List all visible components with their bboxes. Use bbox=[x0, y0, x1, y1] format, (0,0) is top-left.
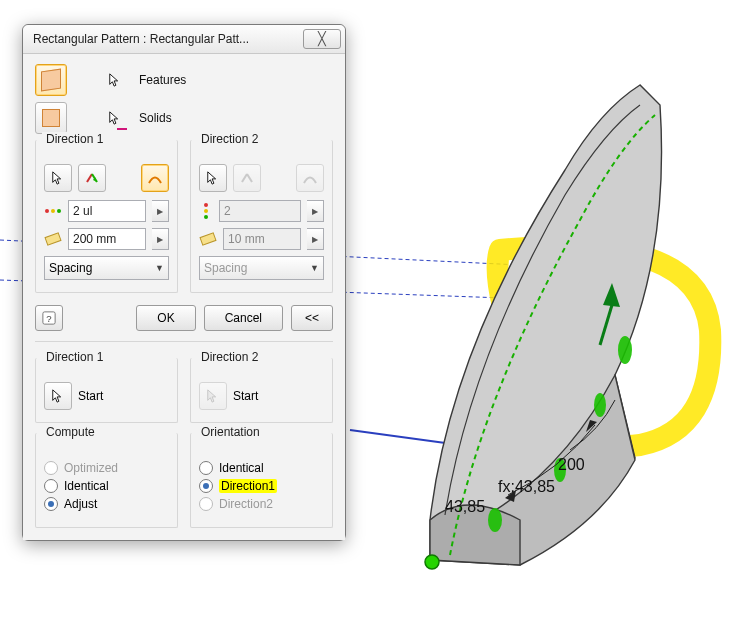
dir2-mode-combo: Spacing▼ bbox=[199, 256, 324, 280]
dimension-200: 200 bbox=[558, 456, 585, 473]
features-label: Features bbox=[139, 73, 186, 87]
dir2-count-flyout[interactable]: ▶ bbox=[307, 200, 324, 222]
svg-point-19 bbox=[204, 215, 208, 219]
direction1-group: 2 ul ▶ 200 mm ▶ Spacing▼ bbox=[35, 140, 178, 293]
dir1-start-pick-icon[interactable] bbox=[44, 382, 72, 410]
dir1-distance-input[interactable]: 200 mm bbox=[68, 228, 146, 250]
dir1-count-flyout[interactable]: ▶ bbox=[152, 200, 169, 222]
help-button[interactable]: ? bbox=[35, 305, 63, 331]
dir2-count-input: 2 bbox=[219, 200, 301, 222]
svg-point-17 bbox=[204, 203, 208, 207]
select-solids-cursor-icon[interactable] bbox=[101, 104, 129, 132]
orientation-direction1-radio[interactable]: Direction1 bbox=[199, 479, 324, 493]
svg-point-14 bbox=[51, 209, 55, 213]
dir2-mode-value: Spacing bbox=[204, 261, 247, 275]
dir1-pick-direction-icon[interactable] bbox=[44, 164, 72, 192]
svg-line-3 bbox=[600, 305, 612, 345]
dir1-start-label: Start bbox=[78, 389, 103, 403]
dir1-mode-combo[interactable]: Spacing▼ bbox=[44, 256, 169, 280]
svg-marker-8 bbox=[505, 490, 516, 502]
dir2-start-label: Start bbox=[233, 389, 258, 403]
dir1-mode-value: Spacing bbox=[49, 261, 92, 275]
orientation-group: Identical Direction1 Direction2 bbox=[190, 433, 333, 528]
dimension-fx4385: fx:43,85 bbox=[498, 478, 555, 495]
ok-button[interactable]: OK bbox=[136, 305, 195, 331]
dir1-flip-icon[interactable] bbox=[78, 164, 106, 192]
orientation-identical-radio[interactable]: Identical bbox=[199, 461, 324, 475]
svg-point-15 bbox=[57, 209, 61, 213]
compute-adjust-radio[interactable]: Adjust bbox=[44, 497, 169, 511]
solids-label: Solids bbox=[139, 111, 172, 125]
direction2-group: 2 ▶ 10 mm ▶ Spacing▼ bbox=[190, 140, 333, 293]
lower-direction2-group: Start bbox=[190, 358, 333, 423]
rectangular-pattern-dialog: Rectangular Pattern : Rectangular Patt..… bbox=[22, 24, 346, 541]
svg-marker-2 bbox=[603, 283, 620, 307]
svg-text:?: ? bbox=[46, 313, 51, 324]
cancel-button[interactable]: Cancel bbox=[204, 305, 283, 331]
dir2-start-pick-icon bbox=[199, 382, 227, 410]
pattern-solids-mode-icon[interactable] bbox=[35, 102, 67, 134]
count-icon bbox=[199, 202, 213, 220]
dimension-4385: 43,85 bbox=[445, 498, 485, 515]
svg-point-5 bbox=[594, 393, 606, 417]
select-features-cursor-icon[interactable] bbox=[101, 66, 129, 94]
pattern-features-mode-icon[interactable] bbox=[35, 64, 67, 96]
svg-point-4 bbox=[618, 336, 632, 364]
compute-adjust-label: Adjust bbox=[64, 497, 97, 511]
svg-marker-9 bbox=[586, 420, 597, 432]
dir2-pick-direction-icon[interactable] bbox=[199, 164, 227, 192]
dialog-titlebar[interactable]: Rectangular Pattern : Rectangular Patt..… bbox=[23, 25, 345, 54]
orientation-identical-label: Identical bbox=[219, 461, 264, 475]
collapse-button[interactable]: << bbox=[291, 305, 333, 331]
distance-icon bbox=[44, 231, 62, 247]
dir1-count-input[interactable]: 2 ul bbox=[68, 200, 146, 222]
count-icon bbox=[44, 204, 62, 218]
dir2-distance-flyout[interactable]: ▶ bbox=[307, 228, 324, 250]
dir1-path-icon[interactable] bbox=[141, 164, 169, 192]
orientation-direction2-label: Direction2 bbox=[219, 497, 273, 511]
svg-point-10 bbox=[425, 555, 439, 569]
close-button[interactable]: ╳ bbox=[303, 29, 341, 49]
orientation-direction1-label: Direction1 bbox=[219, 479, 277, 493]
svg-rect-16 bbox=[45, 233, 61, 245]
compute-identical-label: Identical bbox=[64, 479, 109, 493]
dir2-flip-icon bbox=[233, 164, 261, 192]
svg-rect-20 bbox=[200, 233, 216, 245]
dir2-path-icon bbox=[296, 164, 324, 192]
distance-icon bbox=[199, 231, 217, 247]
dialog-title: Rectangular Pattern : Rectangular Patt..… bbox=[33, 32, 303, 46]
dir2-distance-input: 10 mm bbox=[223, 228, 301, 250]
lower-direction1-group: Start bbox=[35, 358, 178, 423]
svg-point-7 bbox=[488, 508, 502, 532]
svg-point-18 bbox=[204, 209, 208, 213]
compute-identical-radio[interactable]: Identical bbox=[44, 479, 169, 493]
svg-point-13 bbox=[45, 209, 49, 213]
compute-group: Optimized Identical Adjust bbox=[35, 433, 178, 528]
compute-optimized-radio: Optimized bbox=[44, 461, 169, 475]
svg-point-6 bbox=[554, 458, 566, 482]
orientation-direction2-radio: Direction2 bbox=[199, 497, 324, 511]
dir1-distance-flyout[interactable]: ▶ bbox=[152, 228, 169, 250]
compute-optimized-label: Optimized bbox=[64, 461, 118, 475]
